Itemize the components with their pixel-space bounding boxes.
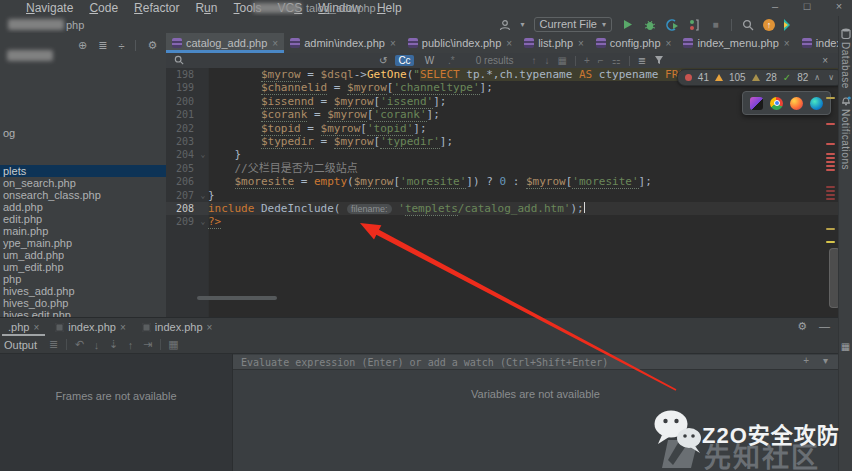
editor-tab-index-menu-php[interactable]: index_menu.php× [677,33,795,53]
debug-tab-close-icon[interactable]: × [120,322,126,333]
tab-close-icon[interactable]: × [272,38,278,49]
locate-file-icon[interactable]: ⊕ [78,39,87,52]
code-line-207[interactable]: 207⌄} [166,189,838,202]
minimize-button[interactable]: – [768,0,782,12]
menu-run[interactable]: Run [195,1,217,15]
watch-menu-icon[interactable]: ▾ [823,355,828,366]
editor-area[interactable]: catalog_add.php×admin\index.php×public\i… [166,33,838,317]
find-input[interactable] [189,54,373,68]
menu-refactor[interactable]: Refactor [134,1,179,15]
tree-item-um-add-php[interactable]: um_add.php [0,249,169,261]
maximize-button[interactable]: □ [800,0,814,12]
step-into-icon[interactable]: ↓ [88,339,105,351]
breadcrumb[interactable]: php [66,19,84,31]
multi-filter-icon[interactable]: ⚏ [612,55,621,66]
tree-item-og[interactable]: og [0,127,169,139]
tree-item-hives-add-php[interactable]: hives_add.php [0,285,169,297]
code-line-200[interactable]: 200 $issennd = $myrow['issend']; [166,95,838,108]
whole-words-toggle[interactable]: W [422,55,437,66]
prev-occurrence-icon[interactable]: ↑ [532,55,537,66]
tab-close-icon[interactable]: × [666,38,672,49]
code-line-204[interactable]: 204⌄ } [166,148,838,161]
chrome-icon[interactable] [770,97,783,110]
tree-item-php[interactable]: php [0,273,169,285]
search-history-icon[interactable]: ↺ [379,55,387,66]
search-everywhere-icon[interactable] [741,18,754,31]
tree-item-onsearch-class-php[interactable]: onsearch_class.php [0,189,169,201]
tree-item-hives-do-php[interactable]: hives_do.php [0,297,169,309]
project-settings-icon[interactable]: ⚙ [147,39,157,52]
add-filter-icon[interactable]: + [584,55,590,66]
ide-preview-icon[interactable] [750,97,763,110]
evaluate-expression-icon[interactable]: ▦ [165,338,182,351]
negate-filter-icon[interactable]: ⌐ [598,55,604,66]
debug-button[interactable] [643,18,656,31]
code-line-205[interactable]: 205 //父栏目是否为二级站点 [166,162,838,175]
tool-window-notifications[interactable]: Notifications [840,95,851,170]
tree-item-plets[interactable]: plets [0,165,169,177]
inspections-widget[interactable]: 41 105 28 ✓ 82 ∧ ∨ [677,69,844,86]
firefox-icon[interactable] [790,97,803,110]
select-all-occurrences-icon[interactable]: ▦ [558,55,567,66]
close-button[interactable]: × [832,0,846,12]
editor-tab-index-body-php[interactable]: index_body.php× [796,33,838,53]
stop-button[interactable]: ■ [709,18,722,31]
filter-lines-icon[interactable]: ≣ [638,55,646,66]
editor-tab-public-index-php[interactable]: public\index.php× [402,33,518,53]
tool-window-database[interactable]: Database [840,28,851,89]
editor-tab-list-php[interactable]: list.php× [518,33,590,53]
output-tab[interactable]: Output [0,339,45,351]
code-line-203[interactable]: 203 $typedir = $myrow['typedir']; [166,135,838,148]
horizontal-scrollbar[interactable] [197,296,277,300]
editor-tab-config-php[interactable]: config.php× [590,33,678,53]
debug-tab-1[interactable]: index.php× [47,318,134,336]
debug-tab-close-icon[interactable]: × [33,322,39,333]
run-configuration-select[interactable]: Current File ▾ [534,17,612,32]
tree-item-edit-php[interactable]: edit.php [0,213,169,225]
force-step-into-icon[interactable]: ⇣ [105,338,122,351]
toolbox-icon[interactable] [784,19,790,31]
user-account-icon[interactable] [499,18,512,31]
menu-navigate[interactable]: Navigate [26,1,73,15]
profiler-button[interactable] [665,18,678,31]
prev-problem-icon[interactable]: ∧ [814,73,822,82]
close-find-bar-icon[interactable]: × [822,55,828,66]
edge-icon[interactable] [810,97,823,110]
code-line-209[interactable]: 209⌄?> [166,215,838,228]
layout-menu-icon[interactable]: ≣ [45,338,62,351]
run-button[interactable] [621,18,634,31]
tree-item-add-php[interactable]: add.php [0,201,169,213]
expand-all-icon[interactable]: ≣ [98,39,107,52]
show-execution-point-icon[interactable]: ↶ [71,338,88,351]
run-with-coverage-button[interactable] [687,18,700,31]
match-case-toggle[interactable]: Cc [395,55,413,66]
next-occurrence-icon[interactable]: ↓ [545,55,550,66]
debug-tab-close-icon[interactable]: × [207,322,213,333]
restore-layout-icon[interactable]: ▦ [841,341,850,352]
tab-close-icon[interactable]: × [784,38,790,49]
panel-settings-icon[interactable]: ⚙ [797,320,807,333]
tab-close-icon[interactable]: × [390,38,396,49]
fold-marker[interactable]: ⌄ [198,148,208,161]
run-to-cursor-icon[interactable]: ⇥ [139,338,156,351]
tree-item-ype-main-php[interactable]: ype_main.php [0,237,169,249]
fold-marker[interactable]: ⌄ [198,189,208,202]
code-line-208[interactable]: 208include DedeInclude( filename: 'templ… [166,202,838,215]
filter-funnel-icon[interactable] [654,55,664,67]
user-dropdown-arrow[interactable]: ▾ [521,20,525,29]
tree-item-on-search-php[interactable]: on_search.php [0,177,169,189]
update-notification-icon[interactable]: ↑ [763,19,775,31]
tree-item-main-php[interactable]: main.php [0,225,169,237]
regex-toggle[interactable]: .* [445,55,458,66]
editor-tab-catalog-add-php[interactable]: catalog_add.php× [166,33,284,53]
tab-close-icon[interactable]: × [506,38,512,49]
add-watch-icon[interactable]: + [803,355,809,366]
watch-expression-input[interactable]: Evaluate expression (Enter) or add a wat… [233,355,838,370]
panel-hide-icon[interactable]: — [819,320,830,333]
collapse-all-icon[interactable]: ÷ [118,40,124,52]
editor-tab-admin-index-php[interactable]: admin\index.php× [284,33,402,53]
menu-help[interactable]: Help [377,1,402,15]
fold-marker[interactable]: ⌄ [198,215,208,228]
step-out-icon[interactable]: ↑ [122,339,139,351]
code-editor[interactable]: 198 $myrow = $dsql->GetOne("SELECT tp.*,… [166,68,838,317]
